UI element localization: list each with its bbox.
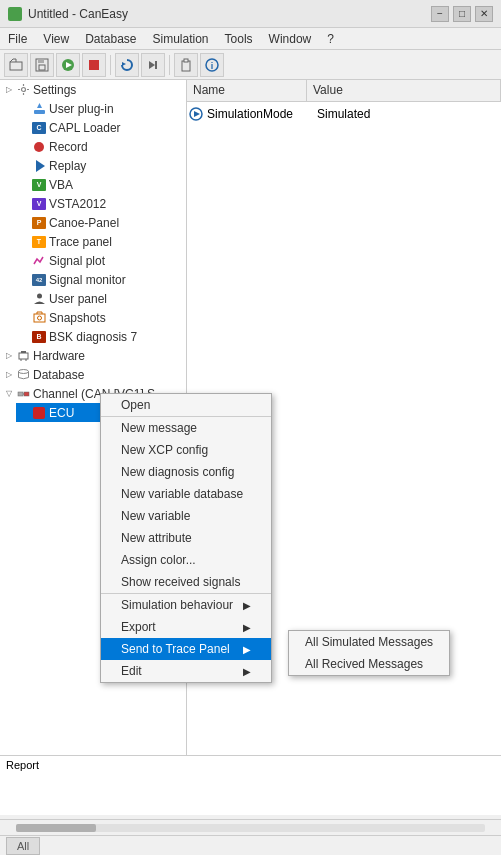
hardware-label: Hardware xyxy=(33,349,85,363)
ctx-export[interactable]: Export ▶ xyxy=(101,616,271,638)
ctx-assign-color[interactable]: Assign color... xyxy=(101,549,271,571)
submenu-all-simulated[interactable]: All Simulated Messages xyxy=(289,631,449,653)
expand-user-plugin-icon xyxy=(20,104,30,114)
sidebar-item-signal-monitor[interactable]: 42 Signal monitor xyxy=(16,270,186,289)
horizontal-scrollbar[interactable] xyxy=(0,819,501,835)
sidebar-item-canoe-panel[interactable]: P Canoe-Panel xyxy=(16,213,186,232)
svg-rect-21 xyxy=(21,351,26,353)
refresh-button[interactable] xyxy=(115,53,139,77)
status-bar: All xyxy=(0,835,501,855)
canoe-panel-label: Canoe-Panel xyxy=(49,216,119,230)
stop-button[interactable] xyxy=(82,53,106,77)
play-button[interactable] xyxy=(56,53,80,77)
ecu-label: ECU xyxy=(49,406,74,420)
sidebar-item-bsk-diagnosis[interactable]: B BSK diagnosis 7 xyxy=(16,327,186,346)
col-header-value: Value xyxy=(307,80,501,101)
svg-rect-26 xyxy=(24,392,29,396)
save-button[interactable] xyxy=(30,53,54,77)
menu-tools[interactable]: Tools xyxy=(217,30,261,48)
maximize-button[interactable]: □ xyxy=(453,6,471,22)
status-tab-all[interactable]: All xyxy=(6,837,40,855)
sidebar-item-settings[interactable]: ▷ Settings xyxy=(0,80,186,99)
window-title: Untitled - CanEasy xyxy=(28,7,128,21)
minimize-button[interactable]: − xyxy=(431,6,449,22)
menu-help[interactable]: ? xyxy=(319,30,342,48)
replay-label: Replay xyxy=(49,159,86,173)
scrollbar-track[interactable] xyxy=(16,824,485,832)
expand-signal-monitor-icon xyxy=(20,275,30,285)
svg-text:i: i xyxy=(211,61,214,71)
sidebar-item-signal-plot[interactable]: Signal plot xyxy=(16,251,186,270)
context-menu: Open New message New XCP config New diag… xyxy=(100,393,272,683)
menu-simulation[interactable]: Simulation xyxy=(145,30,217,48)
ctx-new-variable-database[interactable]: New variable database xyxy=(101,483,271,505)
ctx-new-xcp-label: New XCP config xyxy=(121,443,208,457)
sidebar-item-replay[interactable]: Replay xyxy=(16,156,186,175)
user-plugin-label: User plug-in xyxy=(49,102,114,116)
sidebar-item-user-panel[interactable]: User panel xyxy=(16,289,186,308)
expand-signal-plot-icon xyxy=(20,256,30,266)
capl-loader-label: CAPL Loader xyxy=(49,121,121,135)
ctx-open-label: Open xyxy=(121,398,150,412)
svg-point-19 xyxy=(37,316,41,320)
sidebar-item-snapshots[interactable]: Snapshots xyxy=(16,308,186,327)
toolbar-separator-2 xyxy=(169,55,170,75)
signal-monitor-icon: 42 xyxy=(32,273,46,287)
snapshots-icon xyxy=(32,311,46,325)
clipboard-button[interactable] xyxy=(174,53,198,77)
record-icon xyxy=(32,140,46,154)
vba-icon: V xyxy=(32,178,46,192)
svg-rect-11 xyxy=(184,59,188,62)
submenu-all-received[interactable]: All Recived Messages xyxy=(289,653,449,675)
menu-window[interactable]: Window xyxy=(261,30,320,48)
sidebar-item-record[interactable]: Record xyxy=(16,137,186,156)
forward-button[interactable] xyxy=(141,53,165,77)
ctx-show-received-signals[interactable]: Show received signals xyxy=(101,571,271,594)
expand-bsk-icon xyxy=(20,332,30,342)
simulation-mode-value: Simulated xyxy=(317,107,370,121)
menu-database[interactable]: Database xyxy=(77,30,144,48)
signal-monitor-label: Signal monitor xyxy=(49,273,126,287)
sidebar-item-vba[interactable]: V VBA xyxy=(16,175,186,194)
svg-rect-3 xyxy=(39,65,45,70)
ctx-new-variable[interactable]: New variable xyxy=(101,505,271,527)
ctx-new-attribute[interactable]: New attribute xyxy=(101,527,271,549)
trace-panel-icon: T xyxy=(32,235,46,249)
close-button[interactable]: ✕ xyxy=(475,6,493,22)
info-button[interactable]: i xyxy=(200,53,224,77)
ctx-simulation-behaviour[interactable]: Simulation behaviour ▶ xyxy=(101,594,271,616)
menu-view[interactable]: View xyxy=(35,30,77,48)
trace-panel-label: Trace panel xyxy=(49,235,112,249)
ctx-show-received-label: Show received signals xyxy=(121,575,240,589)
ctx-new-message[interactable]: New message xyxy=(101,417,271,439)
ctx-export-label: Export xyxy=(121,620,156,634)
sidebar-item-user-plugin[interactable]: User plug-in xyxy=(16,99,186,118)
menu-file[interactable]: File xyxy=(0,30,35,48)
svg-rect-6 xyxy=(89,60,99,70)
expand-snapshots-icon xyxy=(20,313,30,323)
sidebar-item-vsta2012[interactable]: V VSTA2012 xyxy=(16,194,186,213)
expand-record-icon xyxy=(20,142,30,152)
expand-replay-icon xyxy=(20,161,30,171)
ctx-open[interactable]: Open xyxy=(101,394,271,417)
ctx-edit-label: Edit xyxy=(121,664,142,678)
scrollbar-thumb[interactable] xyxy=(16,824,96,832)
sidebar-item-database[interactable]: ▷ Database xyxy=(0,365,186,384)
expand-user-panel-icon xyxy=(20,294,30,304)
sidebar-item-trace-panel[interactable]: T Trace panel xyxy=(16,232,186,251)
sidebar-item-capl-loader[interactable]: C CAPL Loader xyxy=(16,118,186,137)
expand-capl-icon xyxy=(20,123,30,133)
expand-vba-icon xyxy=(20,180,30,190)
expand-ecu-icon xyxy=(20,408,30,418)
open-button[interactable] xyxy=(4,53,28,77)
user-panel-label: User panel xyxy=(49,292,107,306)
settings-icon xyxy=(16,83,30,97)
sidebar-item-hardware[interactable]: ▷ Hardware xyxy=(0,346,186,365)
ctx-send-to-trace-arrow: ▶ xyxy=(243,644,251,655)
ctx-edit[interactable]: Edit ▶ xyxy=(101,660,271,682)
ctx-new-xcp-config[interactable]: New XCP config xyxy=(101,439,271,461)
ctx-new-message-label: New message xyxy=(121,421,197,435)
expand-vsta-icon xyxy=(20,199,30,209)
ctx-send-to-trace[interactable]: Send to Trace Panel ▶ xyxy=(101,638,271,660)
ctx-new-diagnosis-config[interactable]: New diagnosis config xyxy=(101,461,271,483)
